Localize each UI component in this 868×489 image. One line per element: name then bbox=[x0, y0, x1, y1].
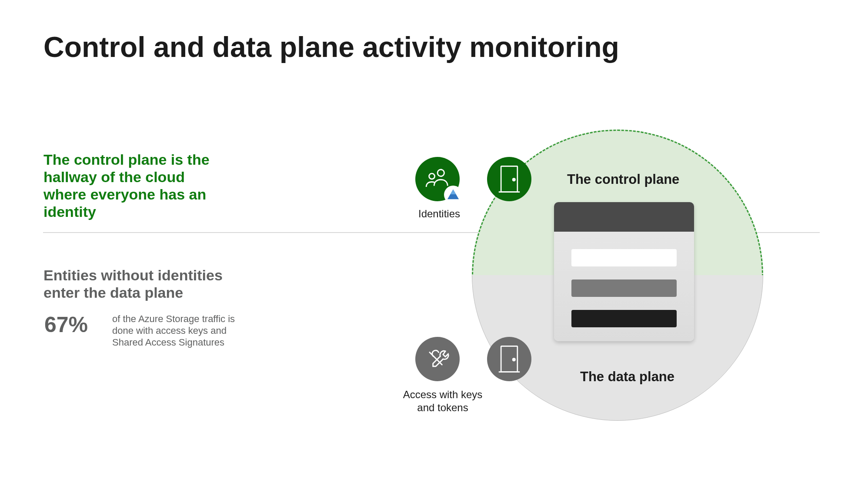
access-keys-label: Access with keys and tokens bbox=[399, 388, 486, 414]
window-row-1 bbox=[571, 249, 677, 266]
svg-point-1 bbox=[429, 173, 435, 179]
data-plane-stat-description: of the Azure Storage traffic is done wit… bbox=[112, 313, 247, 348]
key-wrench-icon bbox=[424, 346, 451, 373]
identities-label: Identities bbox=[415, 208, 463, 220]
data-plane-stat-percent: 67% bbox=[44, 312, 88, 337]
door-icon bbox=[497, 344, 522, 374]
svg-point-6 bbox=[513, 179, 515, 181]
app-window-illustration bbox=[554, 202, 694, 341]
svg-point-9 bbox=[513, 359, 515, 361]
access-keys-icon bbox=[415, 337, 460, 381]
control-plane-door-icon bbox=[487, 157, 531, 201]
azure-ad-icon bbox=[447, 188, 460, 201]
svg-marker-3 bbox=[450, 190, 456, 194]
window-row-2 bbox=[571, 279, 677, 297]
svg-point-0 bbox=[437, 170, 444, 176]
window-row-3 bbox=[571, 310, 677, 327]
door-icon bbox=[497, 164, 522, 194]
identities-icon bbox=[415, 157, 460, 201]
azure-ad-badge bbox=[444, 186, 462, 204]
data-plane-door-icon bbox=[487, 337, 531, 381]
window-titlebar bbox=[554, 202, 694, 232]
data-plane-description: Entities without identities enter the da… bbox=[43, 266, 239, 301]
data-plane-label: The data plane bbox=[580, 369, 674, 385]
control-plane-description: The control plane is the hallway of the … bbox=[43, 151, 230, 220]
control-plane-label: The control plane bbox=[567, 172, 679, 187]
page-title: Control and data plane activity monitori… bbox=[43, 30, 619, 63]
slide: Control and data plane activity monitori… bbox=[0, 0, 868, 489]
